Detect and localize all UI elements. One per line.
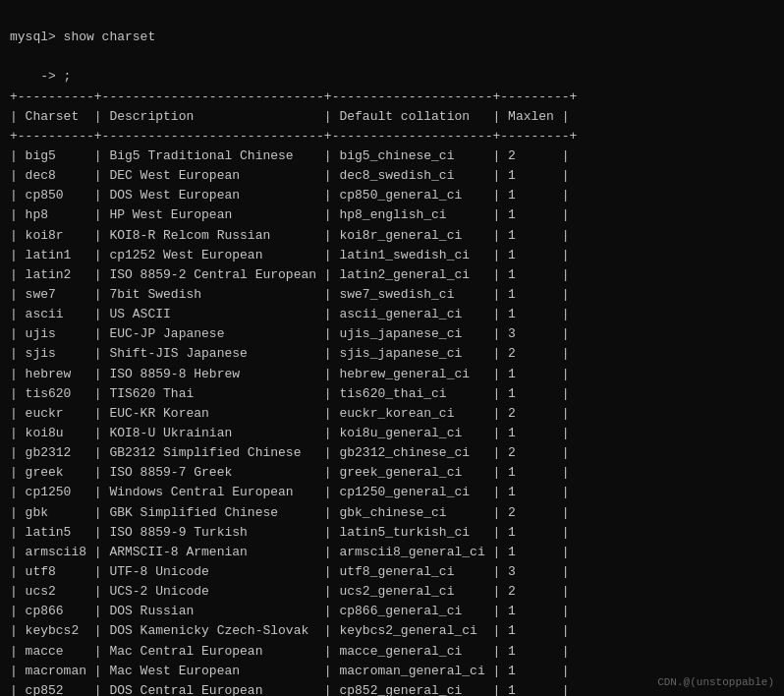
- table-row: | cp866 | DOS Russian | cp866_general_ci…: [10, 604, 570, 618]
- table-row: | koi8r | KOI8-R Relcom Russian | koi8r_…: [10, 228, 570, 243]
- table-row: | greek | ISO 8859-7 Greek | greek_gener…: [10, 465, 570, 480]
- table-row: | euckr | EUC-KR Korean | euckr_korean_c…: [10, 406, 570, 421]
- table-row: | ujis | EUC-JP Japanese | ujis_japanese…: [10, 326, 570, 341]
- table-row: | gb2312 | GB2312 Simplified Chinese | g…: [10, 445, 570, 460]
- table-row: | cp1250 | Windows Central European | cp…: [10, 485, 570, 499]
- table-row: | dec8 | DEC West European | dec8_swedis…: [10, 168, 570, 183]
- table-row: | macce | Mac Central European | macce_g…: [10, 644, 570, 659]
- charset-output: +----------+----------------------------…: [10, 87, 774, 696]
- charset-table-container: +----------+----------------------------…: [10, 87, 774, 696]
- table-row: | ascii | US ASCII | ascii_general_ci | …: [10, 307, 570, 321]
- table-row: | ucs2 | UCS-2 Unicode | ucs2_general_ci…: [10, 584, 570, 599]
- table-row: | swe7 | 7bit Swedish | swe7_swedish_ci …: [10, 287, 570, 302]
- table-row: | utf8 | UTF-8 Unicode | utf8_general_ci…: [10, 564, 570, 579]
- table-row: | sjis | Shift-JIS Japanese | sjis_japan…: [10, 346, 570, 361]
- watermark: CDN.@(unstoppable): [657, 676, 774, 688]
- terminal-output: mysql> show charset -> ;: [10, 8, 774, 87]
- table-row: | macroman | Mac West European | macroma…: [10, 664, 570, 678]
- table-row: | hebrew | ISO 8859-8 Hebrew | hebrew_ge…: [10, 367, 570, 381]
- table-row: | keybcs2 | DOS Kamenicky Czech-Slovak |…: [10, 623, 570, 638]
- table-row: | gbk | GBK Simplified Chinese | gbk_chi…: [10, 505, 570, 520]
- table-row: | cp852 | DOS Central European | cp852_g…: [10, 683, 570, 696]
- prompt-line2: -> ;: [10, 69, 71, 84]
- table-row: | latin5 | ISO 8859-9 Turkish | latin5_t…: [10, 525, 570, 540]
- prompt-line1: mysql> show charset: [10, 29, 155, 44]
- table-row: | hp8 | HP West European | hp8_english_c…: [10, 207, 570, 222]
- table-row: | latin1 | cp1252 West European | latin1…: [10, 248, 570, 262]
- table-row: | big5 | Big5 Traditional Chinese | big5…: [10, 148, 570, 163]
- table-row: | cp850 | DOS West European | cp850_gene…: [10, 188, 570, 203]
- table-row: | armscii8 | ARMSCII-8 Armenian | armsci…: [10, 545, 570, 559]
- table-row: | latin2 | ISO 8859-2 Central European |…: [10, 267, 570, 282]
- table-row: | koi8u | KOI8-U Ukrainian | koi8u_gener…: [10, 426, 570, 440]
- table-row: | tis620 | TIS620 Thai | tis620_thai_ci …: [10, 386, 570, 401]
